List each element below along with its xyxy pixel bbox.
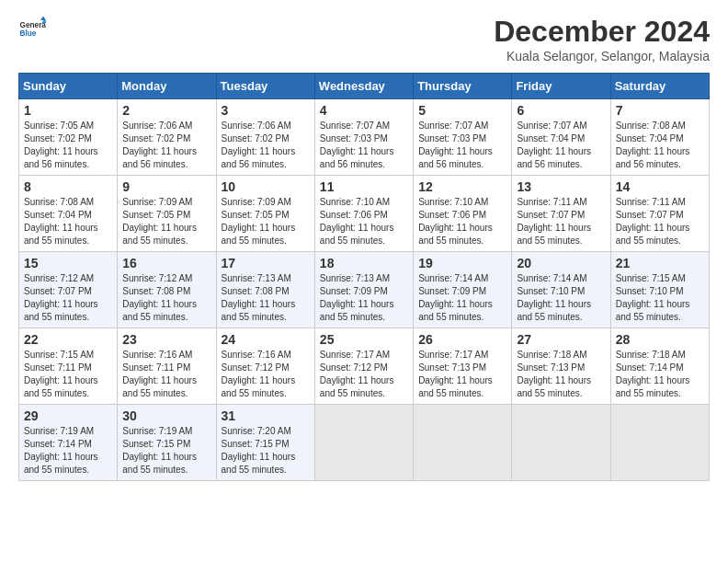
table-row (512, 405, 610, 481)
table-row: 3Sunrise: 7:06 AMSunset: 7:02 PMDaylight… (216, 99, 314, 176)
svg-text:Blue: Blue (20, 29, 37, 38)
table-row: 9Sunrise: 7:09 AMSunset: 7:05 PMDaylight… (118, 176, 216, 252)
table-row: 11Sunrise: 7:10 AMSunset: 7:06 PMDayligh… (314, 176, 413, 252)
logo: General Blue (18, 15, 46, 42)
table-row: 29Sunrise: 7:19 AMSunset: 7:14 PMDayligh… (19, 405, 118, 481)
table-row: 24Sunrise: 7:16 AMSunset: 7:12 PMDayligh… (216, 328, 314, 405)
table-row: 13Sunrise: 7:11 AMSunset: 7:07 PMDayligh… (512, 176, 610, 252)
table-row: 8Sunrise: 7:08 AMSunset: 7:04 PMDaylight… (19, 176, 118, 252)
table-row: 25Sunrise: 7:17 AMSunset: 7:12 PMDayligh… (314, 328, 413, 405)
table-row: 1Sunrise: 7:05 AMSunset: 7:02 PMDaylight… (19, 99, 118, 176)
table-row: 27Sunrise: 7:18 AMSunset: 7:13 PMDayligh… (512, 328, 610, 405)
table-row: 4Sunrise: 7:07 AMSunset: 7:03 PMDaylight… (314, 99, 413, 176)
table-row: 10Sunrise: 7:09 AMSunset: 7:05 PMDayligh… (216, 176, 314, 252)
page-header: General Blue December 2024 Kuala Selango… (18, 15, 710, 63)
table-row: 22Sunrise: 7:15 AMSunset: 7:11 PMDayligh… (19, 328, 118, 405)
table-row: 14Sunrise: 7:11 AMSunset: 7:07 PMDayligh… (610, 176, 709, 252)
col-friday: Friday (512, 74, 610, 99)
calendar-table: Sunday Monday Tuesday Wednesday Thursday… (18, 73, 710, 481)
table-row: 31Sunrise: 7:20 AMSunset: 7:15 PMDayligh… (216, 405, 314, 481)
table-row: 23Sunrise: 7:16 AMSunset: 7:11 PMDayligh… (118, 328, 216, 405)
table-row: 18Sunrise: 7:13 AMSunset: 7:09 PMDayligh… (314, 252, 413, 328)
col-sunday: Sunday (19, 74, 118, 99)
table-row: 15Sunrise: 7:12 AMSunset: 7:07 PMDayligh… (19, 252, 118, 328)
table-row: 17Sunrise: 7:13 AMSunset: 7:08 PMDayligh… (216, 252, 314, 328)
calendar-title: December 2024 (494, 15, 710, 49)
table-row (610, 405, 709, 481)
col-monday: Monday (118, 74, 216, 99)
table-row (414, 405, 512, 481)
table-row: 16Sunrise: 7:12 AMSunset: 7:08 PMDayligh… (118, 252, 216, 328)
logo-icon: General Blue (18, 15, 46, 42)
col-thursday: Thursday (414, 74, 512, 99)
table-row: 21Sunrise: 7:15 AMSunset: 7:10 PMDayligh… (610, 252, 709, 328)
calendar-subtitle: Kuala Selangor, Selangor, Malaysia (494, 49, 710, 63)
table-row: 28Sunrise: 7:18 AMSunset: 7:14 PMDayligh… (610, 328, 709, 405)
col-wednesday: Wednesday (314, 74, 413, 99)
table-row: 20Sunrise: 7:14 AMSunset: 7:10 PMDayligh… (512, 252, 610, 328)
col-tuesday: Tuesday (216, 74, 314, 99)
svg-text:General: General (20, 21, 47, 29)
table-row: 5Sunrise: 7:07 AMSunset: 7:03 PMDaylight… (414, 99, 512, 176)
table-row: 30Sunrise: 7:19 AMSunset: 7:15 PMDayligh… (118, 405, 216, 481)
table-row: 19Sunrise: 7:14 AMSunset: 7:09 PMDayligh… (414, 252, 512, 328)
table-row: 7Sunrise: 7:08 AMSunset: 7:04 PMDaylight… (610, 99, 709, 176)
table-row: 6Sunrise: 7:07 AMSunset: 7:04 PMDaylight… (512, 99, 610, 176)
header-row: Sunday Monday Tuesday Wednesday Thursday… (19, 74, 710, 99)
svg-marker-2 (40, 17, 46, 21)
table-row: 2Sunrise: 7:06 AMSunset: 7:02 PMDaylight… (118, 99, 216, 176)
col-saturday: Saturday (610, 74, 709, 99)
table-row (314, 405, 413, 481)
table-row: 12Sunrise: 7:10 AMSunset: 7:06 PMDayligh… (414, 176, 512, 252)
title-area: December 2024 Kuala Selangor, Selangor, … (494, 15, 710, 63)
table-row: 26Sunrise: 7:17 AMSunset: 7:13 PMDayligh… (414, 328, 512, 405)
